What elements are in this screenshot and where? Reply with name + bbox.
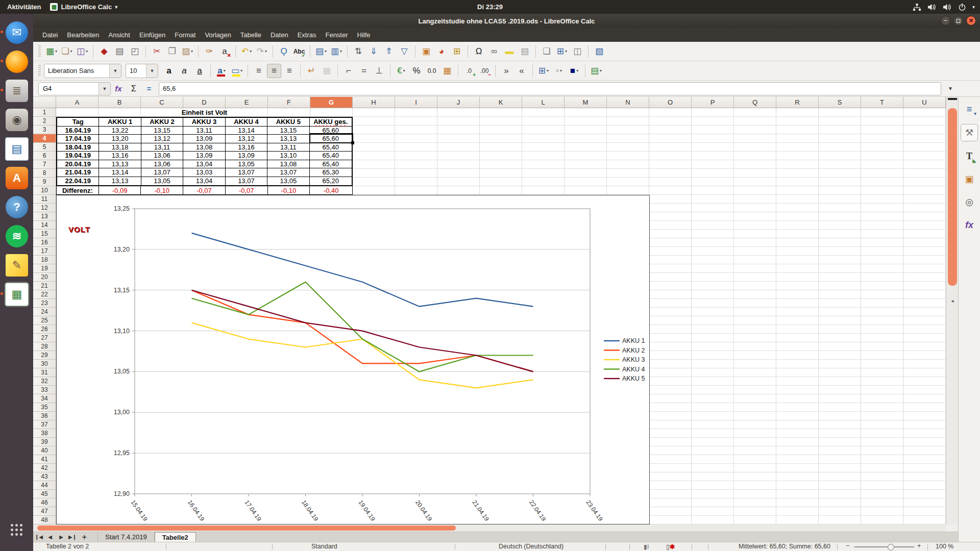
align-left-icon[interactable]: ≡	[252, 64, 266, 78]
delete-decimal-icon[interactable]: .00−	[477, 64, 492, 78]
menu-ansicht[interactable]: Ansicht	[104, 29, 135, 41]
column-header-A[interactable]: A	[56, 97, 99, 108]
spotify-icon[interactable]: ≋	[4, 223, 30, 249]
table-data-cell[interactable]: 65,60	[310, 135, 352, 143]
selection-mode-icon[interactable]: ▮I	[644, 543, 649, 550]
table-data-cell[interactable]: 65,60	[310, 127, 352, 135]
volume-icon[interactable]	[943, 3, 952, 11]
center-vertically-icon[interactable]: =	[357, 64, 371, 78]
table-data-cell[interactable]: 65,40	[310, 152, 352, 160]
table-data-cell[interactable]: 13,04	[183, 160, 225, 169]
row-header-15[interactable]: 15	[33, 230, 56, 238]
menu-format[interactable]: Format	[170, 29, 200, 41]
row-header-8[interactable]: 8	[33, 169, 56, 178]
row-header-32[interactable]: 32	[33, 377, 56, 386]
volume-icon[interactable]	[927, 3, 937, 11]
table-data-cell[interactable]: 13,09	[226, 152, 267, 160]
spelling-icon[interactable]: Abc✓	[292, 44, 306, 59]
border-color-icon[interactable]: ■▾	[567, 64, 581, 78]
row-header-37[interactable]: 37	[33, 420, 56, 429]
redo-icon[interactable]: ↷▾	[255, 44, 269, 59]
table-data-cell[interactable]: 13,14	[99, 168, 141, 177]
column-header-Q[interactable]: Q	[734, 97, 776, 108]
table-data-cell[interactable]: 13,13	[267, 135, 309, 143]
column-header-D[interactable]: D	[183, 97, 226, 108]
table-header-cell[interactable]: AKKU 4	[226, 118, 267, 127]
menu-hilfe[interactable]: Hilfe	[353, 29, 375, 41]
menu-datei[interactable]: Datei	[38, 29, 62, 41]
font-size-select[interactable]: 10▼	[126, 64, 158, 78]
previous-sheet-button[interactable]: ◀	[44, 532, 56, 542]
row-header-28[interactable]: 28	[33, 342, 56, 351]
row-header-22[interactable]: 22	[33, 290, 56, 299]
selection-stats[interactable]: Mittelwert: 65,60; Summe: 65,60	[739, 543, 830, 550]
row-header-14[interactable]: 14	[33, 221, 56, 230]
table-data-cell[interactable]: 13,10	[267, 152, 309, 160]
row-header-24[interactable]: 24	[33, 308, 56, 316]
xournal-icon[interactable]: ✎	[4, 253, 30, 278]
column-header-H[interactable]: H	[353, 97, 395, 108]
column-header-O[interactable]: O	[649, 97, 692, 108]
clock[interactable]: Di 23:29	[0, 3, 980, 11]
align-center-icon[interactable]: ≡	[267, 64, 281, 78]
table-data-cell[interactable]: 16.04.19	[57, 127, 99, 135]
table-data-cell[interactable]: 19.04.19	[57, 152, 99, 160]
insert-pivot-table-icon[interactable]: ⊞	[450, 44, 464, 59]
zoom-slider-knob[interactable]	[888, 544, 894, 550]
percent-icon[interactable]: %	[409, 64, 424, 78]
insert-image-icon[interactable]: ▣	[419, 44, 433, 59]
column-header-L[interactable]: L	[522, 97, 565, 108]
row-header-12[interactable]: 12	[33, 204, 56, 212]
sidebar-collapse-arrow[interactable]: ◂	[946, 289, 959, 312]
sheet-tab-tabelle2[interactable]: Tabelle2	[155, 532, 196, 542]
row-header-16[interactable]: 16	[33, 238, 56, 247]
table-data-cell[interactable]: 22.04.19	[57, 177, 99, 186]
row-header-43[interactable]: 43	[33, 472, 56, 481]
row-header-48[interactable]: 48	[33, 516, 56, 524]
table-data-cell[interactable]: 13,11	[267, 143, 309, 152]
table-header-cell[interactable]: Tag	[57, 118, 99, 127]
row-header-38[interactable]: 38	[33, 429, 56, 438]
libreoffice-calc-icon[interactable]: ▦	[4, 282, 30, 307]
sort-descending-icon[interactable]: ⇑	[382, 44, 396, 59]
table-data-cell[interactable]: 13,09	[183, 152, 225, 160]
activities-button[interactable]: Aktivitäten	[7, 3, 41, 11]
row-header-27[interactable]: 27	[33, 334, 56, 342]
table-data-cell[interactable]: 13,05	[141, 177, 183, 186]
menu-bearbeiten[interactable]: Bearbeiten	[62, 29, 104, 41]
insert-comment-icon[interactable]: ▬	[502, 44, 517, 59]
help-icon[interactable]: ?	[4, 194, 30, 220]
properties-icon[interactable]: ⚒	[961, 124, 978, 141]
column-header-S[interactable]: S	[819, 97, 861, 108]
table-data-cell[interactable]: 13,16	[226, 143, 267, 152]
table-data-cell[interactable]: 18.04.19	[57, 143, 99, 152]
gallery-icon[interactable]: ▣	[961, 171, 977, 187]
menu-tabelle[interactable]: Tabelle	[236, 29, 266, 41]
clear-formatting-icon[interactable]: a✕	[217, 44, 232, 59]
borders-icon[interactable]: ⊞▾	[536, 64, 551, 78]
column-header-C[interactable]: C	[141, 97, 183, 108]
table-data-cell[interactable]: 13,03	[183, 168, 225, 177]
menu-daten[interactable]: Daten	[266, 29, 293, 41]
row-header-17[interactable]: 17	[33, 247, 56, 256]
table-data-cell[interactable]: 13,08	[267, 160, 309, 169]
row-header-44[interactable]: 44	[33, 481, 56, 490]
table-data-cell[interactable]: 13,08	[183, 143, 225, 152]
clone-formatting-icon[interactable]: ✑	[202, 44, 216, 59]
ubuntu-software-icon[interactable]: A	[4, 165, 30, 191]
table-data-cell[interactable]: 13,11	[183, 127, 225, 135]
table-data-cell[interactable]: 13,06	[141, 160, 183, 169]
page-style[interactable]: Standard	[311, 543, 337, 550]
split-window-icon[interactable]: ◫	[570, 44, 584, 59]
title-bar[interactable]: Langzeitstudie ohne LCAS5 .2019.ods - Li…	[33, 14, 980, 28]
save-icon[interactable]: ◫▾	[75, 44, 89, 59]
row-header-42[interactable]: 42	[33, 464, 56, 472]
row-header-25[interactable]: 25	[33, 316, 56, 325]
conditional-formatting-icon[interactable]: ▤▾	[589, 64, 603, 78]
undo-icon[interactable]: ↶▾	[239, 44, 254, 59]
decrease-indent-icon[interactable]: «	[514, 64, 529, 78]
table-data-cell[interactable]: 13,04	[183, 177, 225, 186]
power-icon[interactable]	[958, 3, 966, 11]
chevron-down-icon[interactable]: ▾	[972, 4, 975, 10]
row-header-45[interactable]: 45	[33, 490, 56, 498]
